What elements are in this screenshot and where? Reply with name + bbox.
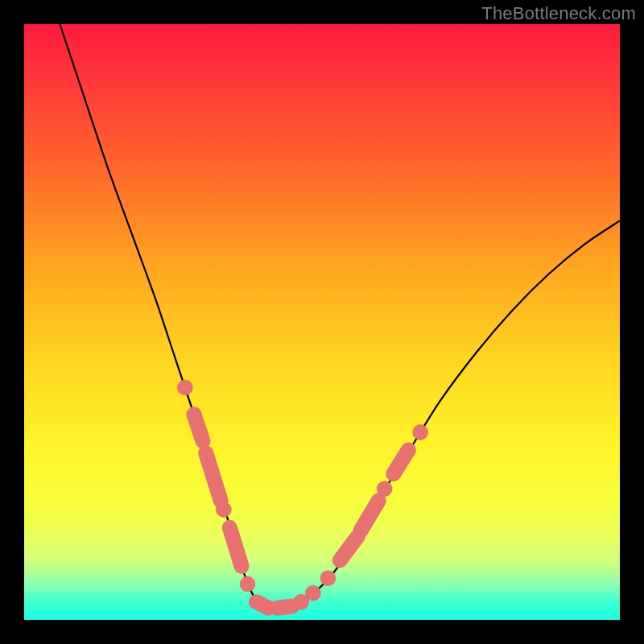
- curve-sample-capsule: [194, 415, 203, 441]
- curve-sample-capsule: [257, 602, 269, 608]
- curve-sample-capsule: [361, 501, 378, 530]
- curve-markers: [177, 380, 427, 609]
- curve-sample-dot: [305, 585, 320, 601]
- chart-svg: [24, 24, 620, 620]
- curve-sample-capsule: [394, 450, 409, 474]
- curve-sample-capsule: [340, 536, 357, 560]
- curve-sample-capsule: [206, 453, 221, 501]
- curve-sample-dot: [216, 502, 231, 518]
- curve-sample-dot: [377, 481, 392, 497]
- curve-sample-dot: [177, 380, 192, 395]
- curve-sample-dot: [240, 576, 255, 592]
- watermark-text: TheBottleneck.com: [481, 3, 636, 24]
- curve-sample-capsule: [278, 606, 293, 608]
- bottleneck-curve: [60, 24, 620, 609]
- curve-sample-dot: [320, 571, 336, 586]
- chart-stage: TheBottleneck.com: [0, 0, 644, 644]
- curve-sample-capsule: [229, 527, 242, 566]
- plot-area: [24, 24, 620, 620]
- curve-sample-dot: [413, 424, 428, 440]
